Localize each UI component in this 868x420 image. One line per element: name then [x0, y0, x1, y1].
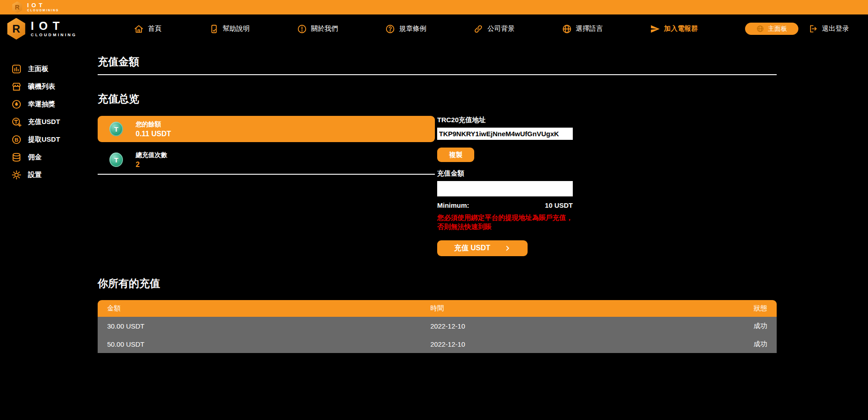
logout-button[interactable]: 退出登录 — [808, 24, 849, 33]
brand-subtitle: CLOUDMINING — [27, 9, 59, 12]
trc20-address-label: TRC20充值地址 — [437, 116, 573, 124]
sidebar-item-lucky-draw[interactable]: 幸運抽獎 — [0, 95, 87, 113]
nav-item-label: 規章條例 — [399, 24, 426, 33]
sidebar-item-label: 礦機列表 — [28, 82, 55, 91]
deposit-warning: 您必須使用綁定平台的提現地址為賬戶充值，否則無法快速到賬 — [437, 213, 573, 231]
nav-item-about[interactable]: 關於我們 — [297, 24, 338, 34]
cell-amount: 30.00 USDT — [107, 322, 430, 330]
sidebar-item-label: 幸運抽獎 — [28, 100, 55, 109]
sidebar-item-commission[interactable]: 佣金 — [0, 148, 87, 166]
table-row: 30.00 USDT 2022-12-10 成功 — [98, 317, 777, 335]
question-circle-icon — [385, 24, 395, 34]
top-orange-bar: R IOT CLOUDMINING — [0, 0, 868, 14]
amount-label: 充值金額 — [437, 169, 573, 178]
minimum-row: Minimum: 10 USDT — [437, 201, 573, 209]
deposit-history-table: 金額 時間 狀態 30.00 USDT 2022-12-10 成功 50.00 … — [98, 300, 777, 353]
page-title: 充值金額 — [98, 55, 777, 69]
chevron-right-icon — [504, 245, 511, 252]
deposit-usdt-button-label: 充值 USDT — [454, 243, 491, 253]
dashboard-button-label: 主面板 — [768, 25, 787, 33]
cell-status: 成功 — [754, 322, 767, 330]
deposit-overview: 您的餘額 0.11 USDT 總充值次數 2 TRC20充值地址 複製 — [98, 116, 777, 256]
nav-menu: 首頁 幫助說明 關於我們 規章條例 公司背景 選擇語言 加入電報群 — [87, 24, 745, 34]
brand-hexagon-icon: R — [12, 1, 23, 13]
sidebar-item-settings[interactable]: 設置 — [0, 166, 87, 184]
nav-item-label: 公司背景 — [487, 24, 514, 33]
balance-card: 您的餘額 0.11 USDT — [98, 116, 435, 142]
title-divider — [98, 74, 777, 75]
globe-icon — [562, 24, 572, 34]
logout-label: 退出登录 — [822, 24, 849, 33]
manual-icon — [209, 24, 219, 34]
overview-heading: 充值总览 — [98, 92, 777, 106]
trc20-address-input[interactable] — [437, 128, 573, 140]
sidebar-item-deposit-usdt[interactable]: 充值USDT — [0, 113, 87, 131]
lucky-draw-icon — [11, 99, 22, 110]
cell-status: 成功 — [754, 340, 767, 348]
nav-item-company[interactable]: 公司背景 — [473, 24, 514, 34]
commission-icon — [11, 152, 22, 162]
nav-item-help[interactable]: 幫助說明 — [209, 24, 250, 34]
deposit-count-value: 2 — [136, 161, 167, 169]
table-header: 金額 時間 狀態 — [98, 300, 777, 317]
settings-icon — [11, 170, 22, 180]
minimum-value: 10 USDT — [545, 201, 573, 209]
table-row: 50.00 USDT 2022-12-10 成功 — [98, 335, 777, 353]
nav-item-label: 關於我們 — [311, 24, 338, 33]
brand-hexagon-icon: R — [6, 18, 26, 40]
sidebar: 主面板 礦機列表 幸運抽獎 充值USDT B 提取USDT 佣金 設置 — [0, 43, 87, 353]
brand-name: IOT — [27, 2, 59, 8]
balance-label: 您的餘額 — [136, 120, 171, 129]
overview-stats: 您的餘額 0.11 USDT 總充值次數 2 — [98, 116, 435, 175]
nav-item-home[interactable]: 首頁 — [134, 24, 161, 34]
nav-item-label: 選擇語言 — [576, 24, 603, 33]
deposit-usdt-button[interactable]: 充值 USDT — [437, 240, 528, 256]
dashboard-button[interactable]: 主面板 — [745, 23, 798, 35]
brand-subtitle: CLOUDMINING — [31, 33, 77, 37]
deposit-form: TRC20充值地址 複製 充值金額 Minimum: 10 USDT 您必須使用… — [437, 116, 573, 256]
logout-icon — [808, 24, 818, 33]
nav-item-language[interactable]: 選擇語言 — [562, 24, 603, 34]
nav-item-label: 幫助說明 — [223, 24, 250, 33]
tether-coin-icon — [109, 122, 123, 136]
main-content: 充值金額 充值总览 您的餘額 0.11 USDT 總充值次數 2 — [87, 43, 868, 353]
sidebar-item-label: 設置 — [28, 171, 42, 179]
nav-item-telegram[interactable]: 加入電報群 — [650, 24, 698, 34]
svg-text:B: B — [14, 137, 18, 143]
cell-amount: 50.00 USDT — [107, 340, 430, 348]
tether-coin-icon — [109, 153, 123, 167]
sidebar-item-label: 佣金 — [28, 153, 42, 162]
home-icon — [134, 24, 144, 34]
sidebar-item-label: 主面板 — [28, 65, 48, 73]
history-heading: 你所有的充值 — [98, 277, 777, 291]
copy-button[interactable]: 複製 — [437, 148, 474, 162]
paper-plane-icon — [650, 24, 660, 34]
exclamation-circle-icon — [297, 24, 307, 34]
main-navbar: R IOT CLOUDMINING 首頁 幫助說明 關於我們 規章條例 公司背景 — [0, 14, 868, 43]
column-header-status: 狀態 — [754, 304, 767, 313]
deposit-usdt-icon — [11, 117, 22, 127]
column-header-time: 時間 — [430, 304, 754, 313]
withdraw-usdt-icon: B — [11, 134, 22, 145]
amount-input[interactable] — [437, 181, 573, 196]
sidebar-item-label: 提取USDT — [28, 135, 60, 144]
deposit-count-label: 總充值次數 — [136, 151, 167, 159]
brand-logo: IOT CLOUDMINING — [27, 2, 59, 12]
logo[interactable]: R IOT CLOUDMINING — [0, 18, 87, 40]
sidebar-item-label: 充值USDT — [28, 118, 60, 126]
balance-value: 0.11 USDT — [136, 130, 171, 138]
sidebar-item-miner-list[interactable]: 礦機列表 — [0, 78, 87, 95]
nav-item-label: 加入電報群 — [664, 24, 698, 33]
sidebar-item-withdraw-usdt[interactable]: B 提取USDT — [0, 131, 87, 148]
cell-time: 2022-12-10 — [430, 340, 754, 348]
dashboard-icon — [11, 64, 22, 74]
nav-item-label: 首頁 — [148, 24, 161, 33]
miner-list-icon — [11, 81, 22, 92]
deposit-count-row: 總充值次數 2 — [98, 148, 435, 171]
nav-item-rules[interactable]: 規章條例 — [385, 24, 426, 34]
sidebar-item-dashboard[interactable]: 主面板 — [0, 60, 87, 78]
minimum-label: Minimum: — [437, 201, 469, 209]
cell-time: 2022-12-10 — [430, 322, 754, 330]
column-header-amount: 金額 — [107, 304, 430, 313]
brand-name: IOT — [31, 20, 77, 32]
